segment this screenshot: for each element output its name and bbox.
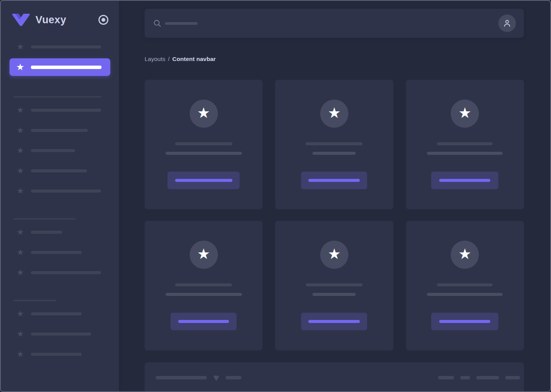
card-star-avatar: ★ — [451, 241, 479, 269]
footer: ♥ — [145, 362, 524, 392]
heart-icon: ♥ — [213, 374, 219, 381]
button-label-skeleton — [175, 179, 232, 182]
star-icon: ★ — [16, 187, 25, 195]
menu-label-skeleton — [31, 312, 82, 315]
card-action-button[interactable] — [431, 172, 498, 189]
card-text-skeleton — [313, 293, 356, 296]
card-action-button[interactable] — [171, 313, 237, 330]
star-icon: ★ — [16, 268, 25, 277]
sidebar-item[interactable]: ★ — [10, 40, 110, 54]
cards-grid: ★★★★★★ — [145, 80, 524, 350]
card-title-skeleton — [306, 283, 362, 286]
sidebar-item[interactable]: ★ — [10, 327, 110, 341]
sidebar-item-active[interactable]: ★ — [10, 58, 110, 76]
menu-label-skeleton — [31, 353, 82, 356]
sidebar-item[interactable]: ★ — [10, 184, 110, 198]
card-title-skeleton — [437, 142, 493, 145]
menu-label-skeleton — [31, 190, 101, 193]
sidebar-item[interactable]: ★ — [10, 246, 110, 259]
sidebar-item[interactable]: ★ — [10, 103, 110, 117]
star-icon: ★ — [16, 43, 25, 51]
menu-label-skeleton — [31, 251, 82, 254]
search-icon — [153, 19, 161, 27]
button-label-skeleton — [439, 320, 490, 323]
search-placeholder-skeleton — [165, 22, 198, 25]
person-icon — [502, 18, 512, 28]
menu-label-skeleton — [31, 169, 87, 172]
card-star-avatar: ★ — [451, 100, 479, 128]
brand-row[interactable]: Vuexy — [1, 1, 119, 26]
main-content: Layouts/Content navbar ★★★★★★ ♥ — [119, 1, 550, 392]
footer-credit-skeleton — [226, 376, 242, 379]
demo-card: ★ — [145, 80, 263, 209]
sidebar-item[interactable]: ★ — [10, 144, 110, 157]
button-label-skeleton — [308, 320, 360, 323]
sidebar-item[interactable]: ★ — [10, 124, 110, 137]
breadcrumb-current: Content navbar — [172, 56, 216, 62]
button-label-skeleton — [308, 179, 360, 182]
user-avatar[interactable] — [498, 14, 516, 32]
button-label-skeleton — [178, 320, 229, 323]
star-icon: ★ — [197, 247, 210, 261]
card-title-skeleton — [437, 283, 493, 286]
card-text-skeleton — [427, 293, 503, 296]
nav-section-title-skeleton — [13, 300, 56, 301]
vuexy-logo-icon — [12, 14, 30, 26]
breadcrumb: Layouts/Content navbar — [145, 55, 524, 63]
menu-label-skeleton — [31, 271, 101, 274]
pin-dot — [102, 18, 105, 22]
card-text-skeleton — [313, 152, 356, 155]
footer-link-skeleton — [438, 376, 454, 379]
star-icon: ★ — [16, 146, 25, 155]
card-action-button[interactable] — [301, 172, 367, 189]
button-label-skeleton — [439, 179, 490, 182]
star-icon: ★ — [16, 350, 25, 358]
nav-section-title-skeleton — [13, 96, 102, 98]
footer-link-skeleton — [476, 376, 499, 379]
menu-label-skeleton — [31, 129, 88, 132]
footer-content: ♥ — [145, 362, 524, 381]
star-icon: ★ — [328, 247, 341, 261]
card-action-button[interactable] — [301, 313, 367, 330]
footer-link-skeleton — [460, 376, 470, 379]
card-star-avatar: ★ — [320, 241, 348, 269]
footer-links — [432, 376, 520, 379]
star-icon: ★ — [458, 106, 471, 120]
sidebar-item[interactable]: ★ — [10, 266, 110, 280]
sidebar-nav: ★★★★★★★★★★★★★ — [1, 26, 119, 361]
star-icon: ★ — [197, 106, 210, 120]
footer-link-skeleton — [505, 376, 520, 379]
card-action-button[interactable] — [431, 313, 498, 330]
menu-label-skeleton — [31, 333, 91, 336]
breadcrumb-parent[interactable]: Layouts — [145, 56, 165, 62]
star-icon: ★ — [16, 330, 25, 338]
sidebar-item[interactable]: ★ — [10, 164, 110, 178]
card-action-button[interactable] — [168, 172, 240, 189]
sidebar-item[interactable]: ★ — [10, 225, 110, 239]
demo-card: ★ — [145, 221, 263, 350]
card-star-avatar: ★ — [320, 100, 348, 128]
card-text-skeleton — [166, 152, 242, 155]
menu-label-skeleton — [31, 45, 101, 48]
top-navbar — [145, 9, 524, 38]
star-icon: ★ — [16, 106, 25, 114]
card-title-skeleton — [175, 283, 232, 286]
star-icon: ★ — [16, 63, 25, 72]
sidebar-item[interactable]: ★ — [10, 307, 110, 321]
nav-section-title-skeleton — [13, 218, 76, 220]
breadcrumb-separator: / — [168, 56, 169, 62]
card-title-skeleton — [175, 142, 232, 145]
search-input[interactable] — [153, 19, 198, 27]
demo-card: ★ — [275, 80, 393, 209]
star-icon: ★ — [16, 310, 25, 318]
menu-pin-toggle-icon[interactable] — [98, 15, 108, 25]
star-icon: ★ — [16, 248, 25, 257]
menu-label-skeleton — [31, 66, 102, 69]
sidebar-item[interactable]: ★ — [10, 347, 110, 361]
menu-label-skeleton — [31, 109, 101, 112]
menu-label-skeleton — [31, 149, 75, 152]
demo-card: ★ — [406, 221, 524, 350]
app-window: Vuexy ★★★★★★★★★★★★★ — [0, 0, 551, 392]
card-title-skeleton — [306, 142, 362, 145]
sidebar: Vuexy ★★★★★★★★★★★★★ — [1, 1, 119, 391]
